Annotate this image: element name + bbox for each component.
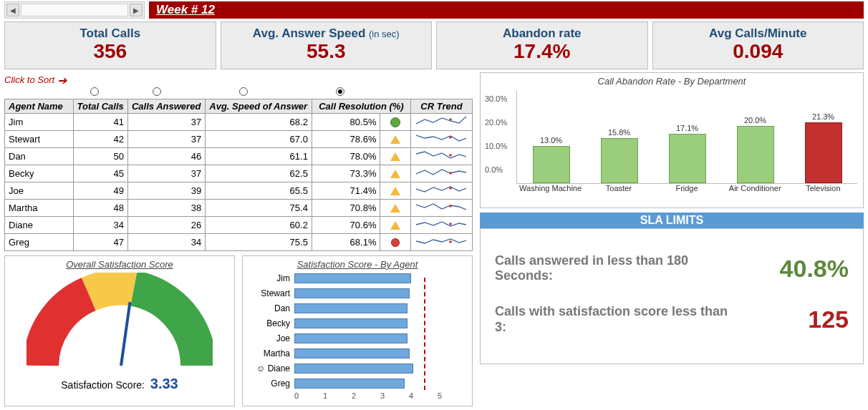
cell-indicator: [380, 199, 410, 216]
satisfaction-bar-row: Jim: [249, 271, 466, 286]
cell-speed: 65.5: [206, 182, 312, 199]
spinner-next-button[interactable]: ▶: [130, 4, 143, 16]
cell-resolution: 80.5%: [312, 113, 380, 130]
sparkline-icon: [416, 114, 466, 127]
cell-speed: 61.1: [206, 147, 312, 165]
sla-row-value: 125: [734, 306, 849, 333]
bar-rect-icon: [601, 138, 638, 183]
cell-resolution: 71.4%: [312, 182, 380, 199]
cell-answered: 37: [127, 130, 205, 147]
bar-track: [294, 273, 466, 283]
sla-row-label: Calls answered in less than 180 Seconds:: [495, 253, 734, 284]
bar-value-label: 17.1%: [676, 124, 698, 132]
x-tick-label: Fridge: [652, 184, 720, 192]
sort-radio-resolution[interactable]: [336, 87, 344, 96]
sort-hint: Click to Sort ➔: [4, 72, 473, 86]
bar-value-label: 15.8%: [608, 128, 630, 137]
spinner-track[interactable]: [21, 4, 128, 16]
bar-rect-icon: [737, 126, 774, 183]
svg-point-3: [450, 172, 453, 175]
bar-fill: [294, 288, 410, 298]
th-trend[interactable]: CR Trend: [410, 99, 472, 113]
bar-value-label: 20.0%: [744, 116, 766, 125]
sort-radio-total-calls[interactable]: [90, 87, 99, 96]
bar-fill: [294, 348, 410, 358]
bar-rect-icon: [805, 122, 842, 183]
svg-point-6: [450, 223, 453, 225]
kpi-value: 55.3: [224, 41, 429, 63]
bar-label: Diane: [249, 363, 294, 374]
y-tick-label: 20.0%: [485, 118, 507, 142]
cell-speed: 67.0: [206, 130, 312, 147]
sla-panel: Calls answered in less than 180 Seconds:…: [480, 228, 864, 364]
cell-trend: [410, 233, 472, 250]
bar-fill: [294, 363, 413, 374]
kpi-label: Abandon rate: [440, 26, 645, 41]
status-indicator-icon: [390, 204, 400, 213]
week-banner: Week # 12: [149, 1, 864, 19]
th-answered[interactable]: Calls Answered: [127, 99, 205, 113]
x-tick-label: Toaster: [584, 184, 652, 192]
table-row: Joe493965.571.4%: [5, 182, 473, 199]
sla-row-label: Calls with satisfaction score less than …: [495, 304, 734, 335]
satisfaction-bar-row: Diane: [249, 361, 466, 376]
cell-indicator: [380, 147, 410, 165]
panel-title: Overall Satisfaction Score: [11, 259, 228, 270]
kpi-label: Total Calls: [8, 26, 213, 41]
satisfaction-bar-row: Joe: [249, 331, 466, 346]
chart-bar: 15.8%: [585, 128, 653, 183]
table-row: Diane342660.270.6%: [5, 216, 473, 233]
spinner-prev-button[interactable]: ◀: [6, 4, 19, 16]
cell-trend: [410, 199, 472, 216]
bar-label: Joe: [249, 333, 294, 343]
sparkline-icon: [416, 200, 466, 213]
chart-bar: 17.1%: [653, 124, 721, 182]
cell-speed: 75.5: [206, 233, 312, 250]
cell-indicator: [380, 113, 410, 130]
sparkline-icon: [416, 132, 466, 145]
cell-agent: Martha: [5, 199, 74, 216]
satisfaction-bar-row: Martha: [249, 346, 466, 361]
status-indicator-icon: [390, 237, 402, 249]
cell-speed: 62.5: [206, 165, 312, 182]
bar-fill: [294, 318, 408, 328]
cell-trend: [410, 147, 472, 165]
status-indicator-icon: [390, 170, 400, 178]
svg-point-2: [450, 154, 453, 157]
kpi-answer-speed: Avg. Answer Speed (in sec) 55.3: [221, 21, 433, 69]
cell-trend: [410, 113, 472, 130]
kpi-total-calls: Total Calls 356: [4, 21, 216, 69]
th-speed[interactable]: Avg. Speed of Answer: [206, 99, 312, 113]
cell-answered: 26: [127, 216, 205, 233]
th-resolution[interactable]: Call Resolution (%): [312, 99, 410, 113]
bar-track: [294, 333, 466, 343]
bar-label: Dan: [249, 303, 294, 313]
bar-label: Stewart: [249, 288, 294, 298]
cell-total: 34: [73, 216, 127, 233]
sla-row-value: 40.8%: [734, 255, 849, 283]
agent-table: Agent Name Total Calls Calls Answered Av…: [4, 99, 473, 251]
bar-value-label: 21.3%: [812, 112, 834, 121]
bar-fill: [294, 379, 405, 389]
chart-title: Call Abandon Rate - By Department: [486, 76, 857, 87]
satisfaction-bars-panel: Satisfaction Score - By Agent JimStewart…: [242, 255, 473, 406]
status-indicator-icon: [390, 152, 400, 161]
bar-track: [294, 303, 466, 313]
cell-resolution: 73.3%: [312, 165, 380, 182]
sort-radio-calls-answered[interactable]: [153, 87, 161, 96]
cell-total: 41: [73, 113, 127, 130]
sparkline-icon: [416, 149, 466, 162]
y-tick-label: 0.0%: [485, 165, 507, 189]
cell-trend: [410, 216, 472, 233]
sort-radio-speed[interactable]: [239, 87, 248, 96]
bar-value-label: 13.0%: [540, 136, 562, 145]
y-tick-label: 30.0%: [485, 94, 507, 118]
table-row: Becky453762.573.3%: [5, 165, 473, 182]
satisfaction-gauge: [26, 273, 213, 373]
y-tick-label: 10.0%: [485, 142, 507, 165]
th-total[interactable]: Total Calls: [73, 99, 127, 113]
week-label: Week # 12: [156, 3, 215, 17]
th-agent[interactable]: Agent Name: [5, 99, 74, 113]
week-spinner[interactable]: ◀ ▶: [4, 1, 145, 19]
cell-answered: 38: [127, 199, 205, 216]
